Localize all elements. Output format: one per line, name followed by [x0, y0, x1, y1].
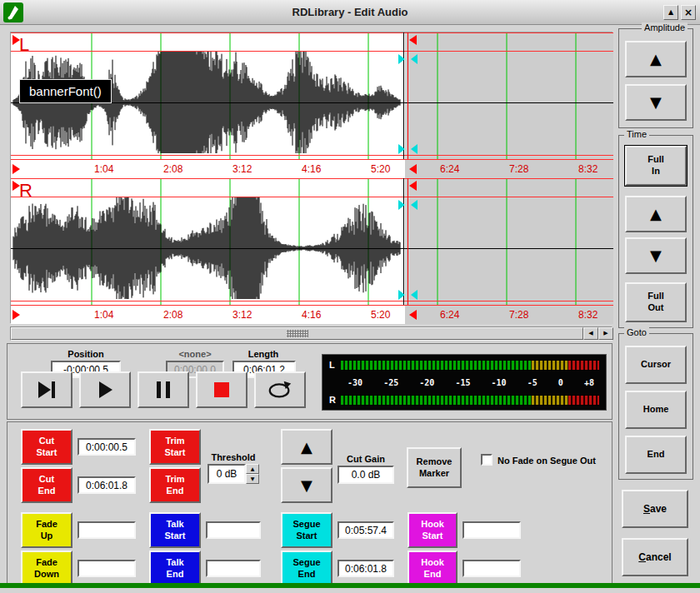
amplitude-down-button[interactable]: ▼	[625, 84, 687, 121]
time-label: 1:04	[94, 309, 113, 321]
threshold-spin-up-button[interactable]: ▲	[246, 464, 259, 474]
meter-right-label: R	[329, 395, 341, 405]
talk-start-field[interactable]	[206, 521, 261, 539]
cut-gain-field[interactable]	[338, 466, 394, 484]
zoom-out-button[interactable]: ▼	[625, 237, 687, 274]
zoom-in-button[interactable]: ▲	[625, 196, 687, 232]
time-label: 7:28	[509, 309, 528, 321]
time-label: 3:12	[232, 163, 252, 175]
talk-end-field[interactable]	[206, 560, 261, 577]
close-icon: ×	[684, 7, 692, 17]
cut-start-field[interactable]	[78, 438, 136, 456]
time-label: 4:16	[302, 163, 321, 175]
save-label: Save	[643, 503, 667, 516]
hook-end-field[interactable]	[462, 560, 521, 577]
scroll-left-button[interactable]: ◀	[583, 327, 598, 340]
cancel-label: Cancel	[638, 551, 671, 564]
hook-start-button[interactable]: Hook Start	[408, 512, 458, 548]
down-arrow-icon: ▼	[301, 478, 312, 493]
talk-end-label: Talk End	[151, 557, 199, 581]
cut-end-label: Cut End	[22, 474, 71, 497]
amplitude-group-label: Amplitude	[642, 22, 688, 32]
segue-end-field[interactable]	[338, 560, 394, 577]
time-label: 1:04	[94, 163, 113, 175]
full-out-button[interactable]: Full Out	[625, 282, 687, 322]
close-button[interactable]: ×	[681, 5, 696, 20]
loop-icon	[267, 378, 293, 401]
gain-up-button[interactable]: ▲	[281, 429, 332, 465]
threshold-spinbox[interactable]: ▲ ▼	[208, 464, 259, 484]
cut-end-button[interactable]: Cut End	[21, 467, 72, 503]
pause-button[interactable]	[138, 371, 189, 408]
waveform-display[interactable]: 1:042:083:124:165:206:247:288:32 1:042:0…	[10, 32, 612, 323]
segue-start-label: Segue Start	[282, 519, 331, 542]
time-label: 5:20	[371, 309, 390, 321]
up-arrow-icon: ▲	[301, 440, 312, 455]
threshold-field[interactable]	[208, 464, 246, 484]
length-label: Length	[222, 349, 305, 359]
no-fade-label: No Fade on Segue Out	[498, 456, 596, 466]
segue-start-field[interactable]	[338, 521, 394, 539]
cut-gain-label: Cut Gain	[334, 454, 398, 464]
talk-end-button[interactable]: Talk End	[149, 551, 201, 586]
remove-marker-label: Remove Marker	[408, 456, 460, 480]
fade-down-button[interactable]: Fade Down	[21, 551, 72, 586]
left-arrow-icon: ◀	[588, 331, 592, 336]
goto-group: Goto Cursor Home End	[618, 333, 693, 480]
scroll-right-button[interactable]: ▶	[598, 327, 613, 340]
goto-home-label: Home	[643, 404, 669, 416]
hook-start-field[interactable]	[462, 521, 521, 539]
play-button[interactable]	[79, 371, 131, 408]
loop-button[interactable]	[254, 371, 306, 408]
shade-button[interactable]: ▲	[663, 5, 678, 20]
cut-end-field[interactable]	[78, 476, 136, 494]
goto-home-button[interactable]: Home	[625, 391, 687, 429]
fade-up-field[interactable]	[78, 521, 136, 539]
fade-down-field[interactable]	[78, 560, 136, 577]
no-fade-checkbox[interactable]	[481, 454, 492, 466]
goto-group-label: Goto	[624, 327, 649, 337]
fade-up-button[interactable]: Fade Up	[21, 512, 72, 548]
time-label: 6:24	[440, 163, 459, 175]
stop-button[interactable]	[196, 371, 248, 408]
stop-icon	[208, 378, 235, 401]
goto-end-button[interactable]: End	[625, 436, 687, 474]
play-from-start-button[interactable]	[21, 371, 72, 408]
talk-start-button[interactable]: Talk Start	[149, 512, 201, 548]
spin-up-icon: ▲	[251, 466, 255, 471]
cut-start-marker	[12, 310, 20, 320]
trim-start-label: Trim Start	[151, 436, 199, 459]
cut-start-button[interactable]: Cut Start	[21, 429, 72, 465]
play-from-start-icon	[33, 378, 60, 401]
full-out-label: Full Out	[627, 291, 685, 314]
cancel-button[interactable]: Cancel	[622, 538, 688, 576]
save-button[interactable]: Save	[622, 490, 688, 528]
play-icon	[92, 378, 118, 401]
segue-end-button[interactable]: Segue End	[281, 551, 332, 586]
scrollbar-thumb[interactable]	[11, 327, 583, 340]
threshold-spin-down-button[interactable]: ▼	[246, 474, 259, 484]
cut-start-label: Cut Start	[22, 436, 71, 459]
down-arrow-icon: ▼	[650, 248, 662, 263]
full-in-button[interactable]: Full In	[625, 146, 687, 186]
time-label: 8:32	[578, 163, 598, 175]
waveform-right-channel[interactable]	[11, 178, 613, 305]
trim-end-button[interactable]: Trim End	[149, 467, 201, 503]
right-arrow-icon: ▶	[603, 331, 608, 336]
segue-start-button[interactable]: Segue Start	[281, 512, 332, 548]
time-group-label: Time	[624, 129, 649, 139]
gain-down-button[interactable]: ▼	[281, 467, 332, 503]
waveform-scrollbar[interactable]: ◀ ▶	[10, 326, 612, 341]
remove-marker-button[interactable]: Remove Marker	[407, 447, 462, 488]
pause-icon	[150, 378, 177, 401]
titlebar[interactable]: RDLibrary - Edit Audio ▲ ×	[0, 0, 700, 25]
goto-cursor-button[interactable]: Cursor	[625, 346, 687, 384]
cut-end-marker	[409, 164, 417, 174]
hook-start-label: Hook Start	[409, 519, 456, 542]
trim-start-button[interactable]: Trim Start	[149, 429, 201, 465]
shade-icon: ▲	[668, 9, 673, 16]
up-arrow-icon: ▲	[650, 52, 662, 67]
edit-panel: Cut Start Cut End Trim Start Trim End Th…	[7, 421, 612, 588]
hook-end-button[interactable]: Hook End	[408, 551, 458, 586]
amplitude-up-button[interactable]: ▲	[625, 41, 687, 77]
